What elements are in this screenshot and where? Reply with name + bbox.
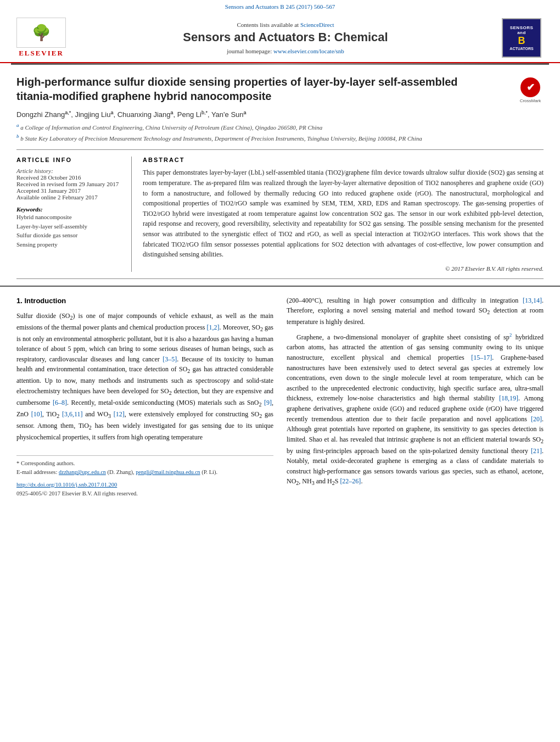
intro-para-2: (200–400°C), resulting in high power con… <box>287 295 544 327</box>
keyword-3: Sulfur dioxide gas sensor <box>16 231 120 240</box>
doi-link[interactable]: http://dx.doi.org/10.1016/j.snb.2017.01.… <box>16 482 117 488</box>
email1-link[interactable]: dzzhang@upc.edu.cn <box>59 469 106 475</box>
journal-center: Contents lists available at ScienceDirec… <box>71 21 500 54</box>
affil-b: b b State Key Laboratory of Precision Me… <box>16 133 544 143</box>
affiliations: a a College of Information and Control E… <box>16 122 544 143</box>
body-two-col: 1. Introduction Sulfur dioxide (SO2) is … <box>16 295 544 498</box>
homepage-link[interactable]: www.elsevier.com/locate/snb <box>273 48 344 54</box>
journal-logo: SENSORS and B ACTUATORS <box>500 18 544 58</box>
available-date: Available online 2 February 2017 <box>16 194 120 200</box>
authors-line: Dongzhi Zhanga,*, Jingjing Liua, Chuanxi… <box>16 110 544 119</box>
paper-section: High-performance sulfur dioxide sensing … <box>0 65 560 279</box>
email-line: E-mail addresses: dzzhang@upc.edu.cn (D.… <box>16 468 273 477</box>
keyword-4: Sensing property <box>16 240 120 249</box>
sensors-actuators-logo: SENSORS and B ACTUATORS <box>502 18 541 58</box>
abstract-text: This paper demonstrates layer-by-layer (… <box>143 168 544 259</box>
journal-title: Sensors and Actuators B: Chemical <box>71 30 500 44</box>
body-right-col: (200–400°C), resulting in high power con… <box>287 295 544 498</box>
body-left-col: 1. Introduction Sulfur dioxide (SO2) is … <box>16 295 273 498</box>
history-label: Article history: <box>16 168 120 174</box>
paper-title: High-performance sulfur dioxide sensing … <box>16 75 467 103</box>
logo-and: and <box>517 30 526 35</box>
accepted-date: Accepted 31 January 2017 <box>16 187 120 194</box>
crossmark-icon: ✔ <box>520 77 540 97</box>
abstract-col: ABSTRACT This paper demonstrates layer-b… <box>132 157 544 271</box>
elsevier-label: ELSEVIER <box>19 49 64 58</box>
keywords-label: Keywords: <box>16 206 120 213</box>
doi-line: http://dx.doi.org/10.1016/j.snb.2017.01.… <box>16 481 273 489</box>
intro-heading: 1. Introduction <box>16 295 273 306</box>
received-date: Received 28 October 2016 <box>16 174 120 181</box>
affil-a: a a College of Information and Control E… <box>16 122 544 132</box>
citation-text: Sensors and Actuators B 245 (2017) 560–5… <box>225 3 335 10</box>
journal-homepage: journal homepage: www.elsevier.com/locat… <box>71 48 500 54</box>
keywords-section: Keywords: Hybrid nanocomposite Layer-by-… <box>16 206 120 249</box>
logo-sensors: SENSORS <box>510 25 534 30</box>
keyword-1: Hybrid nanocomposite <box>16 213 120 222</box>
corresponding-label: * Corresponding authors. <box>16 459 273 468</box>
intro-para-1: Sulfur dioxide (SO2) is one of major com… <box>16 311 273 442</box>
abstract-heading: ABSTRACT <box>143 157 544 163</box>
footer-area: * Corresponding authors. E-mail addresse… <box>16 455 273 498</box>
paper-title-row: High-performance sulfur dioxide sensing … <box>16 75 544 103</box>
article-info-col: ARTICLE INFO Article history: Received 2… <box>16 157 132 271</box>
email2-link[interactable]: pengli@mail.tsinghua.edu.cn <box>136 469 200 475</box>
copyright-line: © 2017 Elsevier B.V. All rights reserved… <box>143 265 544 272</box>
revised-date: Received in revised form 29 January 2017 <box>16 181 120 187</box>
logo-actuators: ACTUATORS <box>509 47 533 51</box>
elsevier-tree-icon: 🌳 <box>32 24 51 42</box>
sciencedirect-link[interactable]: ScienceDirect <box>300 21 334 28</box>
elsevier-logo: 🌳 ELSEVIER <box>11 18 71 58</box>
history-section: Article history: Received 28 October 201… <box>16 168 120 200</box>
contents-line: Contents lists available at ScienceDirec… <box>71 21 500 28</box>
article-info-heading: ARTICLE INFO <box>16 157 120 163</box>
elsevier-logo-image: 🌳 <box>16 18 66 48</box>
body-section: 1. Introduction Sulfur dioxide (SO2) is … <box>0 286 560 504</box>
intro-body-right: (200–400°C), resulting in high power con… <box>287 295 544 488</box>
issn-line: 0925-4005/© 2017 Elsevier B.V. All right… <box>16 489 273 498</box>
article-info-abstract: ARTICLE INFO Article history: Received 2… <box>16 149 544 278</box>
keyword-2: Layer-by-layer self-assembly <box>16 222 120 231</box>
intro-body: Sulfur dioxide (SO2) is one of major com… <box>16 311 273 442</box>
top-bar: Sensors and Actuators B 245 (2017) 560–5… <box>0 0 560 12</box>
crossmark: ✔ CrossMark <box>517 77 544 103</box>
journal-header: 🌳 ELSEVIER Contents lists available at S… <box>0 12 560 63</box>
crossmark-label: CrossMark <box>520 98 541 103</box>
intro-para-3: Graphene, a two-dimensional monolayer of… <box>287 332 544 488</box>
logo-b: B <box>518 35 525 47</box>
